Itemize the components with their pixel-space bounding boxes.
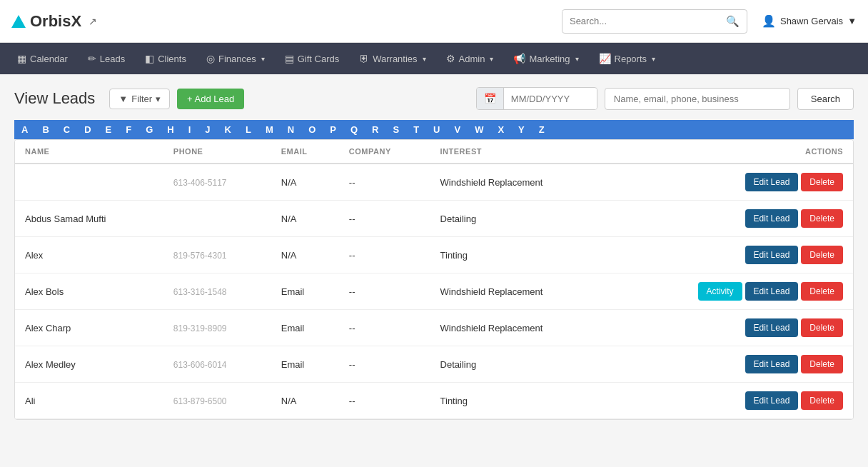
actions-cell-wrap: Edit LeadDelete (610, 164, 853, 201)
phone-cell: 613-406-5117 (173, 178, 227, 188)
nav-item-finances[interactable]: ◎ Finances ▾ (196, 43, 275, 74)
delete-button[interactable]: Delete (801, 282, 843, 301)
gift-cards-nav-icon: ▤ (285, 53, 294, 64)
edit-lead-button[interactable]: Edit Lead (745, 391, 799, 410)
delete-button[interactable]: Delete (801, 391, 843, 410)
name-cell: Alex Charp (15, 310, 163, 346)
phone-cell: 613-606-6014 (173, 360, 227, 370)
actions-cell: Edit LeadDelete (620, 209, 843, 228)
col-interest: INTEREST (430, 140, 610, 164)
alpha-letter-Q[interactable]: Q (343, 120, 365, 139)
alpha-letter-M[interactable]: M (258, 120, 281, 139)
phone-cell: 613-879-6500 (173, 396, 227, 406)
alpha-letter-H[interactable]: H (160, 120, 181, 139)
edit-lead-button[interactable]: Edit Lead (745, 173, 799, 191)
alpha-letter-A[interactable]: A (14, 120, 35, 139)
user-icon: 👤 (762, 14, 776, 28)
delete-button[interactable]: Delete (801, 355, 843, 373)
edit-lead-button[interactable]: Edit Lead (745, 318, 799, 337)
alpha-letter-X[interactable]: X (490, 120, 511, 139)
email-cell: N/A (271, 201, 339, 237)
alpha-letter-B[interactable]: B (35, 120, 56, 139)
expand-icon[interactable]: ↗ (89, 16, 97, 27)
calendar-nav-icon: ▦ (17, 53, 26, 64)
alpha-letter-F[interactable]: F (118, 120, 138, 139)
alpha-letter-Y[interactable]: Y (511, 120, 532, 139)
alpha-letter-E[interactable]: E (99, 120, 119, 139)
name-cell: Abdus Samad Mufti (15, 201, 163, 237)
edit-lead-button[interactable]: Edit Lead (745, 209, 799, 228)
nav-item-warranties[interactable]: ⛨ Warranties ▾ (349, 43, 435, 74)
delete-button[interactable]: Delete (801, 246, 843, 264)
finances-chevron-icon: ▾ (261, 55, 265, 63)
table-header-row: NAME PHONE EMAIL COMPANY INTEREST ACTION… (15, 140, 853, 164)
actions-cell: Edit LeadDelete (620, 246, 843, 264)
date-input[interactable] (504, 89, 597, 109)
alpha-letter-G[interactable]: G (138, 120, 160, 139)
edit-lead-button[interactable]: Edit Lead (745, 246, 799, 264)
interest-cell: Windshield Replacement (430, 310, 610, 346)
name-cell: Alex (15, 237, 163, 273)
add-lead-button[interactable]: + Add Lead (177, 89, 244, 109)
activity-button[interactable]: Activity (698, 282, 742, 301)
admin-nav-icon: ⚙ (446, 53, 455, 64)
interest-cell: Windshield Replacement (430, 273, 610, 310)
delete-button[interactable]: Delete (801, 318, 843, 337)
delete-button[interactable]: Delete (801, 209, 843, 228)
logo[interactable]: OrbisX (11, 12, 81, 31)
alpha-letter-W[interactable]: W (468, 120, 490, 139)
nav-item-leads[interactable]: ✏ Leads (78, 43, 135, 74)
edit-lead-button[interactable]: Edit Lead (745, 282, 799, 301)
clients-nav-label: Clients (158, 54, 186, 64)
alpha-letter-C[interactable]: C (56, 120, 77, 139)
interest-cell: Windshield Replacement (430, 164, 610, 201)
alpha-letter-D[interactable]: D (77, 120, 98, 139)
search-input[interactable] (562, 11, 719, 31)
alpha-letter-N[interactable]: N (281, 120, 301, 139)
company-cell: -- (339, 346, 430, 383)
alpha-letter-P[interactable]: P (323, 120, 343, 139)
user-menu[interactable]: 👤 Shawn Gervais ▼ (762, 14, 857, 28)
nav-item-calendar[interactable]: ▦ Calendar (7, 43, 78, 74)
name-search-input[interactable] (605, 88, 790, 110)
clients-nav-icon: ◧ (145, 53, 154, 64)
calendar-nav-label: Calendar (30, 54, 68, 64)
phone-cell-wrap: 613-606-6014 (163, 346, 271, 383)
alpha-letter-S[interactable]: S (385, 120, 406, 139)
page-title: View Leads (14, 89, 95, 108)
filter-label: Filter (131, 94, 152, 104)
actions-cell: Edit LeadDelete (620, 173, 843, 191)
alpha-letter-O[interactable]: O (301, 120, 323, 139)
filter-button[interactable]: ▼ Filter ▾ (109, 89, 170, 109)
alpha-letter-R[interactable]: R (365, 120, 385, 139)
admin-nav-label: Admin (459, 54, 485, 64)
search-leads-button[interactable]: Search (797, 88, 854, 110)
company-cell: -- (339, 201, 430, 237)
alpha-letter-K[interactable]: K (218, 120, 238, 139)
filter-icon: ▼ (118, 94, 128, 104)
alpha-letter-L[interactable]: L (238, 120, 258, 139)
reports-nav-icon: 📈 (599, 53, 611, 64)
nav-item-gift-cards[interactable]: ▤ Gift Cards (275, 43, 350, 74)
nav-item-clients[interactable]: ◧ Clients (135, 43, 196, 74)
interest-cell: Detailing (430, 201, 610, 237)
email-cell: Email (271, 273, 339, 310)
alpha-letter-T[interactable]: T (406, 120, 426, 139)
nav-item-admin[interactable]: ⚙ Admin ▾ (436, 43, 504, 74)
alpha-letter-Z[interactable]: Z (532, 120, 552, 139)
name-cell: Alex Bols (15, 273, 163, 310)
company-cell: -- (339, 237, 430, 273)
alpha-letter-U[interactable]: U (426, 120, 447, 139)
phone-cell-wrap: 819-319-8909 (163, 310, 271, 346)
interest-cell: Detailing (430, 346, 610, 383)
alpha-letter-V[interactable]: V (447, 120, 468, 139)
alpha-letter-I[interactable]: I (181, 120, 198, 139)
table-row: 613-406-5117 N/A -- Windshield Replaceme… (15, 164, 853, 201)
alpha-letter-J[interactable]: J (198, 120, 217, 139)
edit-lead-button[interactable]: Edit Lead (745, 355, 799, 373)
leads-table-wrap: NAME PHONE EMAIL COMPANY INTEREST ACTION… (14, 139, 854, 420)
nav-item-marketing[interactable]: 📢 Marketing ▾ (503, 43, 588, 74)
nav-item-reports[interactable]: 📈 Reports ▾ (589, 43, 666, 74)
search-submit-button[interactable]: 🔍 (719, 10, 747, 33)
delete-button[interactable]: Delete (801, 173, 843, 191)
